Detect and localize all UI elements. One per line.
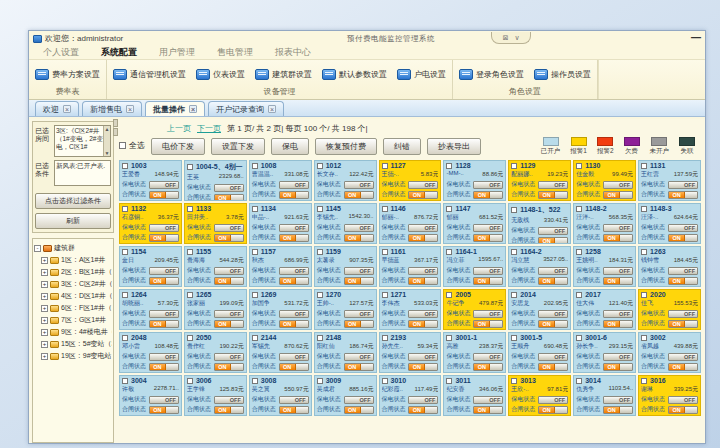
meter-card[interactable]: 3010纪彩霞..117.49元保电状态OFF合闸状态ON xyxy=(379,375,442,416)
meter-card[interactable]: 1130佳金毅99.49元保电状态OFF合闸状态ON xyxy=(573,160,636,201)
protect-toggle[interactable]: OFF xyxy=(279,353,309,361)
tree-item[interactable]: +15区：5#变站（3# xyxy=(34,339,112,349)
rooms-scrollbar[interactable]: ▲ ▼ xyxy=(103,126,110,156)
tree-item[interactable]: +4区：D区1#井（ xyxy=(34,291,112,301)
protect-toggle[interactable]: OFF xyxy=(473,396,503,404)
protect-toggle[interactable]: OFF xyxy=(149,353,179,361)
card-checkbox[interactable] xyxy=(317,378,323,384)
refresh-button[interactable]: 刷新 xyxy=(35,213,111,229)
switch-toggle[interactable]: ON xyxy=(279,363,309,371)
meter-card[interactable]: 1127王德-..5.83元保电状态OFF合闸状态ON xyxy=(379,160,442,201)
switch-toggle[interactable]: ON xyxy=(538,406,568,414)
card-checkbox[interactable] xyxy=(511,335,517,341)
protect-toggle[interactable]: OFF xyxy=(344,267,374,275)
meter-card[interactable]: 1164-2冯立慧3527.05..保电状态OFF合闸状态ON xyxy=(508,246,571,287)
prev-page-link[interactable]: 上一页 xyxy=(167,123,191,134)
card-checkbox[interactable] xyxy=(446,292,452,298)
meter-card[interactable]: 1012长文存..122.42元保电状态OFF合闸状态ON xyxy=(314,160,377,201)
card-checkbox[interactable] xyxy=(187,378,193,384)
menu-item-3[interactable]: 售电管理 xyxy=(217,46,253,59)
tool-button-4[interactable]: 纠错 xyxy=(383,138,421,155)
meter-card[interactable]: 1003王爱春148.94元保电状态OFF合闸状态ON xyxy=(119,160,182,201)
switch-toggle[interactable]: ON xyxy=(473,320,503,328)
protect-toggle[interactable]: OFF xyxy=(344,310,374,318)
switch-toggle[interactable]: ON xyxy=(668,234,698,242)
protect-toggle[interactable]: OFF xyxy=(473,267,503,275)
card-checkbox[interactable] xyxy=(511,163,517,169)
switch-toggle[interactable]: ON xyxy=(344,320,374,328)
card-checkbox[interactable] xyxy=(317,163,323,169)
meter-card[interactable]: 3014仇秀争1103.54..保电状态OFF合闸状态ON xyxy=(573,375,636,416)
card-checkbox[interactable] xyxy=(511,292,517,298)
switch-toggle[interactable]: ON xyxy=(214,320,244,328)
protect-toggle[interactable]: OFF xyxy=(538,353,568,361)
switch-toggle[interactable]: ON xyxy=(279,234,309,242)
card-checkbox[interactable] xyxy=(576,335,582,341)
card-checkbox[interactable] xyxy=(576,292,582,298)
protect-toggle[interactable]: OFF xyxy=(603,267,633,275)
meter-card[interactable]: 1161早德蓝367.17元保电状态OFF合闸状态ON xyxy=(379,246,442,287)
meter-card[interactable]: 1154金日209.45元保电状态OFF合闸状态ON xyxy=(119,246,182,287)
meter-card[interactable]: 2148阳红仙186.74元保电状态OFF合闸状态ON xyxy=(314,332,377,373)
protect-toggle[interactable]: OFF xyxy=(603,181,633,189)
meter-card[interactable]: 1258王姚明..184.31元保电状态OFF合闸状态ON xyxy=(573,246,636,287)
protect-toggle[interactable]: OFF xyxy=(214,184,244,192)
meter-card[interactable]: 3004许敬2278.71..保电状态OFF合闸状态ON xyxy=(119,375,182,416)
close-icon[interactable]: × xyxy=(189,105,197,113)
switch-toggle[interactable]: ON xyxy=(538,191,568,199)
meter-card[interactable]: 1264胡晓丽..57.30元保电状态OFF合闸状态ON xyxy=(119,289,182,330)
meter-card[interactable]: 1145李锡先..1542.30..保电状态OFF合闸状态ON xyxy=(314,203,377,244)
expand-icon[interactable]: + xyxy=(41,341,48,348)
protect-toggle[interactable]: OFF xyxy=(473,224,503,232)
card-checkbox[interactable] xyxy=(641,206,647,212)
card-checkbox[interactable] xyxy=(187,335,193,341)
switch-toggle[interactable]: ON xyxy=(214,194,244,202)
ribbon-button[interactable]: 默认参数设置 xyxy=(322,69,387,80)
switch-toggle[interactable]: ON xyxy=(473,363,503,371)
card-checkbox[interactable] xyxy=(382,163,388,169)
protect-toggle[interactable]: OFF xyxy=(473,353,503,361)
ribbon-button[interactable]: 仪表设置 xyxy=(196,69,245,80)
protect-toggle[interactable]: OFF xyxy=(214,396,244,404)
switch-toggle[interactable]: ON xyxy=(408,320,438,328)
switch-toggle[interactable]: ON xyxy=(344,234,374,242)
protect-toggle[interactable]: OFF xyxy=(149,310,179,318)
meter-card[interactable]: 2014安思龙202.95元保电状态OFF合闸状态ON xyxy=(508,289,571,330)
select-all[interactable]: 全选 xyxy=(119,140,145,151)
tool-button-1[interactable]: 设置下发 xyxy=(211,138,265,155)
card-checkbox[interactable] xyxy=(641,163,647,169)
protect-toggle[interactable]: OFF xyxy=(344,181,374,189)
tree-item[interactable]: +3区：C区2#井（1 xyxy=(34,279,112,289)
switch-toggle[interactable]: ON xyxy=(149,277,179,285)
switch-toggle[interactable]: ON xyxy=(473,191,503,199)
card-checkbox[interactable] xyxy=(641,292,647,298)
switch-toggle[interactable]: ON xyxy=(279,191,309,199)
switch-toggle[interactable]: ON xyxy=(603,406,633,414)
selected-cond-box[interactable]: 新风表:已开户表. xyxy=(54,160,111,186)
protect-toggle[interactable]: OFF xyxy=(668,353,698,361)
meter-card[interactable]: 3001-1高雅238.37元保电状态OFF合闸状态ON xyxy=(443,332,506,373)
card-checkbox[interactable] xyxy=(382,378,388,384)
meter-card[interactable]: 2193孙先生..59.34元保电状态OFF合闸状态ON xyxy=(379,332,442,373)
expand-icon[interactable]: + xyxy=(41,281,48,288)
protect-toggle[interactable]: OFF xyxy=(149,396,179,404)
meter-card[interactable]: 1157秋杰686.99元保电状态OFF合闸状态ON xyxy=(249,246,312,287)
close-icon[interactable]: × xyxy=(268,105,276,113)
card-checkbox[interactable] xyxy=(641,335,647,341)
tree-root[interactable]: -建筑群 xyxy=(34,243,112,253)
tree-item[interactable]: +7区：G区1#井 xyxy=(34,315,112,325)
meter-card[interactable]: 1265张家丽199.09元保电状态OFF合闸状态ON xyxy=(184,289,247,330)
tree-item[interactable]: +19区：9#变电站（ xyxy=(34,351,112,361)
tool-button-5[interactable]: 抄表导出 xyxy=(427,138,481,155)
switch-toggle[interactable]: ON xyxy=(214,234,244,242)
protect-toggle[interactable]: OFF xyxy=(408,267,438,275)
protect-toggle[interactable]: OFF xyxy=(603,310,633,318)
selected-rooms-box[interactable]: 3区:《C区2#井（1#变电，2#变电，C区1# ▲ ▼ xyxy=(54,125,111,157)
card-checkbox[interactable] xyxy=(187,292,193,298)
meter-card[interactable]: 1263钱钟雪184.45元保电状态OFF合闸状态ON xyxy=(638,246,701,287)
card-checkbox[interactable] xyxy=(446,378,452,384)
protect-toggle[interactable]: OFF xyxy=(603,224,633,232)
protect-toggle[interactable]: OFF xyxy=(344,353,374,361)
switch-toggle[interactable]: ON xyxy=(668,320,698,328)
switch-toggle[interactable]: ON xyxy=(538,363,568,371)
